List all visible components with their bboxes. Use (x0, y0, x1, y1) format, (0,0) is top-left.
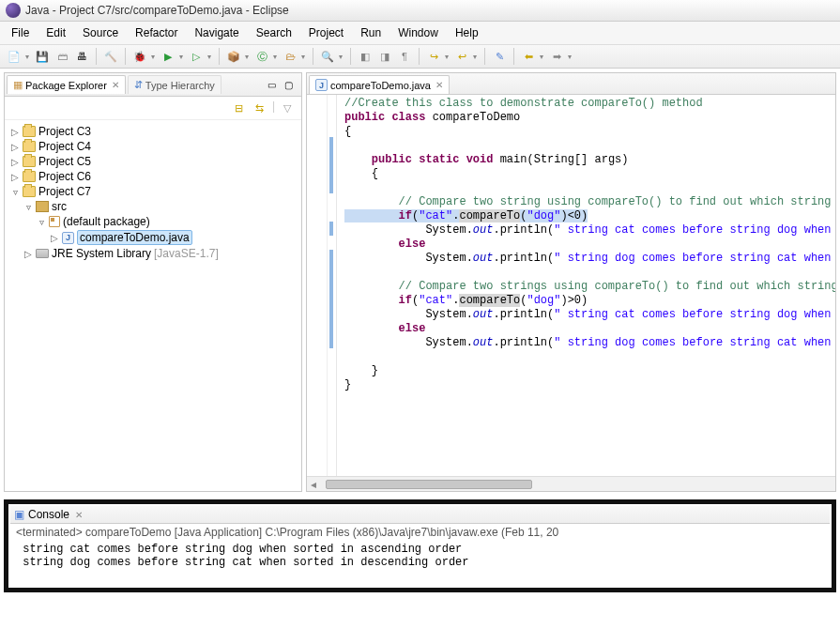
menu-file[interactable]: File (4, 23, 37, 42)
expand-icon[interactable]: ▷ (23, 249, 33, 259)
run-last-icon[interactable]: ▷ (188, 48, 205, 65)
tree-project[interactable]: ▿Project C7 (8, 184, 298, 199)
expand-icon[interactable]: ▷ (50, 233, 59, 243)
menu-help[interactable]: Help (448, 23, 486, 42)
tab-type-hierarchy[interactable]: ⇵ Type Hierarchy (128, 75, 221, 94)
tree-label: Project C7 (38, 185, 91, 198)
editor-folding-gutter (328, 95, 337, 476)
menu-navigate[interactable]: Navigate (187, 23, 246, 42)
search-icon[interactable]: 🔍 (319, 48, 336, 65)
expand-icon[interactable]: ▷ (10, 142, 20, 152)
console-status: <terminated> compareToDemo [Java Applica… (10, 524, 830, 539)
hierarchy-icon: ⇵ (134, 79, 143, 91)
last-edit-icon[interactable]: ✎ (491, 48, 508, 65)
tree-package[interactable]: ▿(default package) (35, 214, 298, 229)
print-icon[interactable]: 🖶 (73, 48, 90, 65)
collapse-icon[interactable]: ▿ (23, 202, 33, 212)
tree-decorator: [JavaSE-1.7] (154, 247, 219, 260)
dropdown-icon[interactable]: ▾ (245, 53, 251, 61)
menu-refactor[interactable]: Refactor (128, 23, 185, 42)
dropdown-icon[interactable]: ▾ (151, 53, 157, 61)
close-icon[interactable]: ✕ (435, 80, 443, 90)
dropdown-icon[interactable]: ▾ (25, 53, 31, 61)
minimize-icon[interactable]: ▭ (264, 77, 279, 92)
package-icon: ▦ (13, 79, 23, 91)
collapse-all-icon[interactable]: ⊟ (231, 100, 248, 116)
open-type-icon[interactable]: 🗁 (282, 48, 298, 65)
new-package-icon[interactable]: 📦 (225, 48, 242, 65)
tree-project[interactable]: ▷Project C3 (8, 124, 298, 139)
forward-icon[interactable]: ➡ (548, 48, 565, 65)
menu-edit[interactable]: Edit (38, 23, 73, 42)
tree-label: Project C4 (38, 140, 91, 153)
build-icon[interactable]: 🔨 (102, 48, 119, 65)
java-file-icon: J (62, 232, 74, 244)
menu-project[interactable]: Project (301, 23, 351, 42)
dropdown-icon[interactable]: ▾ (301, 53, 307, 61)
window-titlebar: Java - Project C7/src/compareToDemo.java… (0, 0, 840, 22)
tree-project[interactable]: ▷Project C5 (8, 154, 298, 169)
expand-icon[interactable]: ▷ (10, 127, 20, 137)
maximize-icon[interactable]: ▢ (281, 77, 296, 92)
menu-run[interactable]: Run (353, 23, 389, 42)
tab-label: Package Explorer (25, 80, 107, 91)
view-menu-icon[interactable]: ▽ (279, 100, 296, 116)
menu-source[interactable]: Source (75, 23, 126, 42)
editor-tab[interactable]: J compareToDemo.java ✕ (309, 75, 450, 94)
toggle-mark-icon[interactable]: ◧ (357, 48, 374, 65)
new-class-icon[interactable]: Ⓒ (253, 48, 270, 65)
expand-icon[interactable]: ▷ (10, 172, 20, 182)
project-icon (23, 156, 36, 167)
eclipse-icon (6, 3, 21, 18)
prev-annotation-icon[interactable]: ↩ (453, 48, 470, 65)
dropdown-icon[interactable]: ▾ (273, 53, 279, 61)
project-icon (23, 186, 36, 197)
link-editor-icon[interactable]: ⇆ (252, 100, 268, 116)
debug-icon[interactable]: 🐞 (131, 48, 148, 65)
tree-label: Project C6 (38, 170, 91, 183)
collapse-icon[interactable]: ▿ (10, 187, 20, 197)
tree-label: Project C5 (38, 155, 91, 168)
tab-label: compareToDemo.java (330, 80, 431, 91)
menu-search[interactable]: Search (249, 23, 299, 42)
dropdown-icon[interactable]: ▾ (568, 53, 573, 61)
dropdown-icon[interactable]: ▾ (445, 53, 451, 61)
expand-icon[interactable]: ▷ (10, 157, 20, 167)
console-tab-label[interactable]: Console (28, 508, 69, 521)
tree-jre-lib[interactable]: ▷JRE System Library [JavaSE-1.7] (22, 246, 298, 261)
save-icon[interactable]: 💾 (34, 48, 51, 65)
close-icon[interactable]: ✕ (75, 510, 83, 520)
project-icon (23, 126, 36, 137)
horizontal-scrollbar[interactable]: ◂ (307, 476, 835, 491)
collapse-icon[interactable]: ▿ (37, 217, 46, 227)
tree-java-file[interactable]: ▷JcompareToDemo.java (48, 229, 298, 246)
console-icon: ▣ (14, 508, 24, 521)
tab-package-explorer[interactable]: ▦ Package Explorer ✕ (7, 75, 126, 94)
package-explorer-tree[interactable]: ▷Project C3 ▷Project C4 ▷Project C5 ▷Pro… (5, 120, 301, 491)
dropdown-icon[interactable]: ▾ (339, 53, 344, 61)
tree-src[interactable]: ▿src (22, 199, 298, 214)
source-folder-icon (36, 201, 49, 212)
scrollbar-thumb[interactable] (326, 480, 532, 489)
show-ws-icon[interactable]: ¶ (396, 48, 413, 65)
code-editor[interactable]: //Create this class to demonstrate compa… (307, 95, 835, 476)
java-file-icon: J (315, 79, 328, 91)
menu-window[interactable]: Window (390, 23, 446, 42)
tree-label: src (52, 200, 67, 213)
next-annotation-icon[interactable]: ↪ (425, 48, 442, 65)
toggle-block-icon[interactable]: ◨ (376, 48, 393, 65)
new-icon[interactable]: 📄 (6, 48, 23, 65)
run-icon[interactable]: ▶ (160, 48, 176, 65)
dropdown-icon[interactable]: ▾ (207, 53, 213, 61)
back-icon[interactable]: ⬅ (520, 48, 537, 65)
tree-project[interactable]: ▷Project C4 (8, 139, 298, 154)
dropdown-icon[interactable]: ▾ (540, 53, 545, 61)
console-output[interactable]: string cat comes before string dog when … (10, 539, 830, 586)
save-all-icon[interactable]: 🗃 (53, 48, 70, 65)
dropdown-icon[interactable]: ▾ (473, 53, 479, 61)
tree-label: Project C3 (38, 125, 91, 138)
tree-label: JRE System Library (52, 247, 151, 260)
dropdown-icon[interactable]: ▾ (179, 53, 185, 61)
tree-project[interactable]: ▷Project C6 (8, 169, 298, 184)
close-icon[interactable]: ✕ (112, 80, 119, 90)
